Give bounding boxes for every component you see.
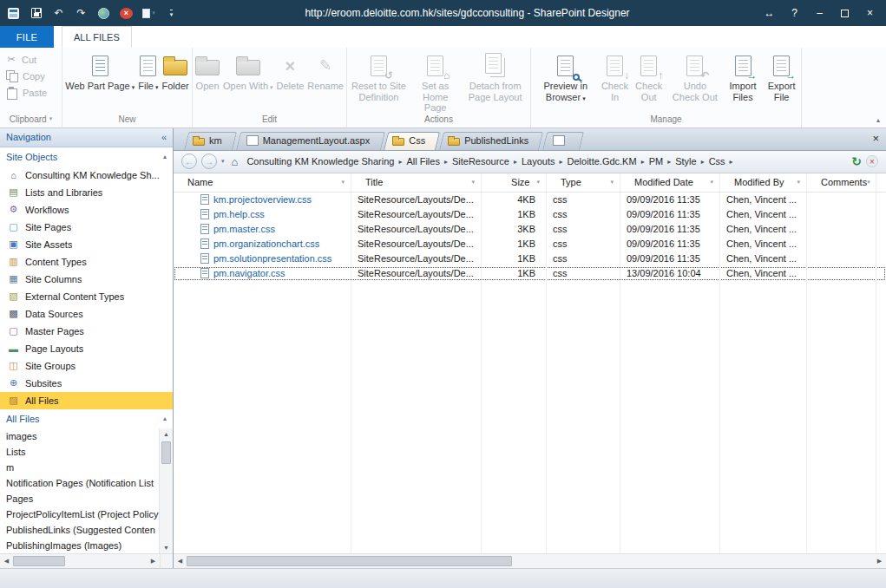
folder-list-item[interactable]: images	[0, 428, 159, 444]
refresh-icon[interactable]: ↻	[851, 154, 862, 168]
column-header-size[interactable]: Size▾	[482, 173, 547, 192]
open-button[interactable]: Open	[194, 49, 221, 92]
content-horizontal-scrollbar[interactable]: ◀ ▶	[174, 553, 886, 568]
file-name-link[interactable]: pm.organizationchart.css	[213, 238, 319, 249]
scrollbar-thumb[interactable]	[187, 556, 512, 566]
stop-icon[interactable]: ×	[120, 8, 133, 19]
breadcrumb-item[interactable]: Style	[673, 156, 698, 167]
scroll-right-icon[interactable]: ▶	[147, 555, 160, 567]
delete-button[interactable]: × Delete	[275, 49, 306, 92]
filter-icon[interactable]: ▾	[610, 179, 614, 186]
sidebar-item[interactable]: ▨ All Files	[0, 392, 173, 409]
file-name-link[interactable]: km.projectoverview.css	[213, 194, 312, 205]
new-document-icon[interactable]: ▾	[142, 6, 155, 20]
file-row[interactable]: km.projectoverview.css SiteResource/Layo…	[174, 193, 886, 207]
column-header-comments[interactable]: Comments▾	[807, 173, 876, 192]
breadcrumb-item[interactable]: Css	[707, 156, 727, 167]
document-tab[interactable]: Css	[384, 132, 436, 150]
sidebar-horizontal-scrollbar[interactable]: ◀ ▶	[0, 553, 173, 568]
sidebar-item[interactable]: ◫ Site Groups	[0, 357, 173, 375]
web-part-page-button[interactable]: Web Part Page▾	[63, 49, 136, 92]
column-header-title[interactable]: Title▾	[351, 173, 482, 192]
file-name-link[interactable]: pm.navigator.css	[213, 268, 285, 278]
close-tab-icon[interactable]: ×	[872, 133, 879, 144]
sidebar-item[interactable]: ▬ Page Layouts	[0, 340, 173, 357]
stop-close-icon[interactable]: ×	[866, 155, 878, 167]
file-row[interactable]: pm.navigator.css SiteResource/Layouts/De…	[174, 266, 886, 281]
sidebar-item[interactable]: ▦ Site Columns	[0, 271, 173, 288]
forward-button[interactable]: →	[201, 154, 217, 169]
filter-icon[interactable]: ▾	[471, 179, 475, 186]
file-row[interactable]: pm.solutionpresentation.css SiteResource…	[174, 252, 886, 266]
breadcrumb-item[interactable]: SiteResource	[450, 156, 511, 167]
export-file-button[interactable]: → Export File	[763, 49, 800, 102]
back-button[interactable]: ←	[181, 154, 197, 169]
filter-icon[interactable]: ▾	[710, 179, 713, 186]
column-header-name[interactable]: Name▾	[174, 173, 351, 192]
breadcrumb-item[interactable]: Deloitte.Gdc.KM	[566, 156, 639, 167]
folder-list-item[interactable]: Notification Pages (Notification List	[0, 475, 159, 491]
copy-button[interactable]: Copy	[1, 68, 49, 84]
undo-check-out-button[interactable]: ↶ Undo Check Out	[667, 49, 723, 102]
scroll-down-icon[interactable]: ▼	[160, 541, 173, 553]
preview-in-browser-button[interactable]: Preview in Browser▾	[532, 49, 600, 102]
filter-icon[interactable]: ▾	[797, 179, 800, 186]
folder-list-item[interactable]: Pages	[0, 491, 159, 506]
breadcrumb-item[interactable]: Consulting KM Knowledge Sharing	[245, 156, 396, 167]
file-row[interactable]: pm.organizationchart.css SiteResource/La…	[174, 237, 886, 252]
collapse-section-icon[interactable]: ▴	[163, 153, 167, 160]
save-icon[interactable]	[30, 6, 43, 20]
file-row[interactable]: pm.help.css SiteResource/Layouts/De... 1…	[174, 207, 886, 222]
check-out-button[interactable]: ↑ Check Out	[631, 49, 667, 102]
folder-list-item[interactable]: ProjectPolicyItemList (Project Policy	[0, 506, 159, 522]
undo-icon[interactable]: ↶	[52, 6, 65, 20]
file-row[interactable]: pm.master.css SiteResource/Layouts/De...…	[174, 222, 886, 237]
tab-file[interactable]: FILE	[0, 26, 54, 48]
sidebar-item[interactable]: ▢ Master Pages	[0, 323, 173, 340]
scroll-up-icon[interactable]: ▲	[160, 428, 173, 441]
all-files-section-header[interactable]: All Files ▴	[0, 409, 173, 428]
maximize-button[interactable]	[832, 3, 857, 23]
file-name-link[interactable]: pm.solutionpresentation.css	[213, 253, 331, 264]
sidebar-item[interactable]: ▣ Site Assets	[0, 236, 173, 253]
customize-quick-access-icon[interactable]: ▾	[165, 6, 178, 20]
folder-list-item[interactable]: m	[0, 460, 159, 475]
breadcrumb-item[interactable]: PM	[647, 156, 666, 167]
scrollbar-thumb[interactable]	[161, 441, 171, 464]
breadcrumb-item[interactable]: Layouts	[520, 156, 557, 167]
home-icon[interactable]: ⌂	[232, 155, 239, 168]
rename-button[interactable]: ✎ Rename	[305, 49, 345, 92]
collapse-ribbon-icon[interactable]: ▴	[876, 116, 880, 124]
collapse-section-icon[interactable]: ▴	[163, 415, 167, 422]
scroll-left-icon[interactable]: ◀	[174, 555, 187, 567]
redo-icon[interactable]: ↷	[75, 6, 88, 20]
tab-all-files[interactable]: ALL FILES	[62, 26, 132, 48]
file-button[interactable]: File▾	[136, 49, 160, 92]
column-header-modified-date[interactable]: Modified Date▾	[620, 173, 720, 192]
sidebar-vertical-scrollbar[interactable]: ▲ ▼	[159, 428, 173, 553]
sidebar-item[interactable]: ⌂ Consulting KM Knowledge Sh...	[0, 167, 173, 184]
reset-to-site-definition-button[interactable]: ↺ Reset to Site Definition	[348, 49, 410, 102]
column-header-type[interactable]: Type▾	[547, 173, 620, 192]
document-tab[interactable]: ManagementLayout.aspx	[236, 132, 381, 150]
document-tab[interactable]: km	[184, 132, 233, 150]
breadcrumb-item[interactable]: All Files	[404, 156, 442, 167]
collapse-pane-icon[interactable]: «	[161, 132, 167, 142]
check-in-button[interactable]: ↓ Check In	[600, 49, 631, 102]
resize-width-icon[interactable]: ↔	[757, 3, 782, 23]
minimize-button[interactable]: –	[807, 3, 832, 23]
import-files-button[interactable]: → Import Files	[723, 49, 763, 102]
scroll-left-icon[interactable]: ◀	[0, 555, 13, 567]
file-name-link[interactable]: pm.master.css	[213, 224, 275, 234]
filter-icon[interactable]: ▾	[341, 179, 345, 186]
folder-list-item[interactable]: Lists	[0, 444, 159, 460]
ribbon-group-label-clipboard[interactable]: Clipboard▾	[1, 114, 61, 127]
history-dropdown-icon[interactable]: ▾	[221, 158, 225, 165]
document-tab[interactable]	[542, 132, 580, 150]
sidebar-item[interactable]: ▥ Content Types	[0, 253, 173, 271]
detach-from-page-layout-button[interactable]: Detach from Page Layout	[461, 49, 529, 102]
folder-button[interactable]: Folder	[160, 49, 190, 92]
sidebar-item[interactable]: ⚙ Workflows	[0, 201, 173, 219]
sidebar-item[interactable]: ▧ External Content Types	[0, 288, 173, 305]
sidebar-item[interactable]: ▤ Lists and Libraries	[0, 184, 173, 201]
